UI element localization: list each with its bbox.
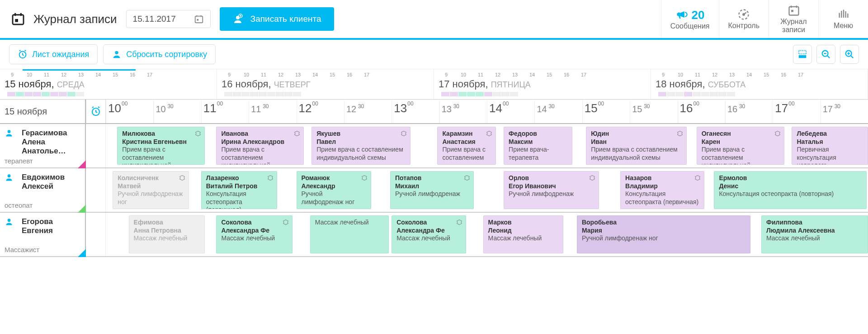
ticket-icon — [456, 219, 463, 226]
mini-load-bar — [5, 92, 212, 97]
time-slot: 1030 — [153, 100, 201, 123]
day-column-2[interactable]: 91011121314151617 17 ноября, ПЯТНИЦА — [434, 69, 651, 99]
messages-count: 20 — [692, 8, 705, 22]
staff-cell[interactable]: ЕвдокимовАлексейостеопат — [0, 168, 86, 212]
appointment-track[interactable]: ЕфимоваАнна ПетровнаМассаж лечебныйСокол… — [106, 213, 868, 256]
ruler-alarm-cell[interactable] — [86, 100, 106, 123]
ticket-icon — [179, 174, 186, 181]
appointment[interactable]: ЛебедеваНатальяПервичная консультация не… — [792, 127, 868, 165]
equalizer-icon — [837, 8, 850, 21]
svg-line-29 — [851, 56, 854, 58]
person-icon — [112, 49, 122, 59]
gauge-icon — [737, 8, 750, 21]
date-picker[interactable]: 15.11.2017 — [126, 10, 211, 28]
megaphone-icon — [675, 8, 688, 21]
appointment[interactable]: ОрловЕгор ИвановичРучной лимфодренаж — [504, 171, 599, 209]
svg-point-22 — [115, 51, 118, 54]
appointment-track[interactable]: МилюковаКристина ЕвгеньевнПрием врача с … — [106, 124, 868, 167]
zoom-out-button[interactable] — [816, 45, 835, 64]
appointment[interactable]: МилюковаКристина ЕвгеньевнПрием врача с … — [117, 127, 205, 165]
svg-rect-16 — [839, 13, 840, 18]
person-icon — [5, 129, 14, 156]
appointment[interactable]: ЕфимоваАнна ПетровнаМассаж лечебный — [129, 215, 205, 253]
appointment[interactable]: ФилипповаЛюдмила АлексеевнаМассаж лечебн… — [761, 215, 868, 253]
ticket-icon — [282, 219, 289, 226]
appointment[interactable]: Массаж лечебный — [310, 215, 389, 253]
appointment[interactable]: ЕрмоловДенисКонсультация остеопракта (по… — [714, 171, 866, 209]
svg-point-33 — [8, 130, 11, 133]
view-mode-button[interactable] — [793, 45, 812, 64]
ticket-icon — [361, 174, 368, 181]
svg-rect-12 — [789, 7, 798, 15]
calendar-icon — [11, 12, 25, 26]
appointment[interactable]: КарамзинАнастасияПрием врача с составлен… — [437, 127, 496, 165]
day-date: 15 ноября, — [5, 78, 54, 90]
time-ruler: 15 ноября 100010301100113012001230130013… — [0, 100, 868, 124]
menu-label: Меню — [834, 22, 853, 30]
journal-label-1: Журнал — [780, 18, 807, 26]
appointment[interactable]: СоколоваАлександра ФеМассаж лечебный — [392, 215, 466, 253]
time-slot: 1200 — [297, 100, 344, 123]
staff-cell[interactable]: ЕгороваЕвгенияМассажист — [0, 213, 86, 256]
appointment[interactable]: ЛазаренкоВиталий ПетровКонсультация осте… — [201, 171, 278, 209]
journal-label-2: записи — [782, 26, 805, 34]
svg-rect-17 — [841, 11, 842, 18]
appointment[interactable]: ИвановаИрина АлександровПрием врача с со… — [216, 127, 304, 165]
svg-rect-23 — [799, 51, 807, 54]
ruler-slots: 1000103011001130120012301300133014001430… — [106, 100, 868, 123]
svg-point-34 — [8, 174, 11, 177]
schedule-row: ЕгороваЕвгенияМассажистЕфимоваАнна Петро… — [0, 213, 868, 257]
appointment[interactable]: КолисниченкМатвейРучной лимфодренаж ног — [113, 171, 189, 209]
appointment[interactable]: ПотаповМихаилРучной лимфодренаж — [390, 171, 474, 209]
nav-messages[interactable]: 20 Сообщения — [661, 0, 719, 38]
time-slot: 1630 — [725, 100, 773, 123]
appointment[interactable]: ЮдинИванПрием врача с составлением индив… — [586, 127, 687, 165]
svg-rect-18 — [843, 10, 844, 18]
add-client-button[interactable]: Записать клиента — [220, 7, 334, 31]
svg-rect-2 — [20, 13, 22, 16]
alarm-icon — [18, 49, 28, 59]
time-slot: 1330 — [439, 100, 487, 123]
svg-rect-1 — [14, 13, 16, 16]
appointment-track[interactable]: КолисниченкМатвейРучной лимфодренаж ногЛ… — [106, 168, 868, 212]
time-slot: 1500 — [582, 100, 630, 123]
day-column-0[interactable]: 91011121314151617 15 ноября, СРЕДА — [0, 69, 217, 99]
schedule-grid: ГерасимоваАленаАнатолье…терапевтМилюкова… — [0, 124, 868, 257]
schedule-row: ГерасимоваАленаАнатолье…терапевтМилюкова… — [0, 124, 868, 168]
time-slot: 1700 — [773, 100, 820, 123]
time-slot: 1130 — [249, 100, 296, 123]
reset-sort-button[interactable]: Сбросить сортировку — [103, 44, 216, 64]
appointment[interactable]: ЯкушевПавелПрием врача с составлением ин… — [311, 127, 410, 165]
calendar-small-icon — [194, 14, 204, 24]
appointment[interactable]: ОганесянКаренПрием врача с составлением … — [697, 127, 784, 165]
svg-rect-4 — [195, 16, 203, 23]
ticket-icon — [694, 174, 701, 181]
appointment[interactable]: НазаровВладимирКонсультация остеопракта … — [620, 171, 704, 209]
svg-point-11 — [743, 14, 745, 15]
day-column-1[interactable]: 91011121314151617 16 ноября, ЧЕТВЕРГ — [217, 69, 434, 99]
svg-rect-20 — [847, 14, 848, 18]
nav-journal[interactable]: Журнал записи — [769, 0, 818, 38]
svg-line-26 — [827, 56, 830, 58]
ticket-icon — [293, 130, 301, 137]
nav-control[interactable]: Контроль — [719, 0, 769, 38]
alarm-icon — [90, 106, 101, 117]
appointment[interactable]: РоманюкАлександрРучной лимфодренаж ног — [297, 171, 371, 209]
day-column-3[interactable]: 91011121314151617 18 ноября, СУББОТА — [651, 69, 868, 99]
ticket-icon — [774, 130, 781, 137]
appointment[interactable]: МарковЛеонидМассаж лечебный — [483, 215, 563, 253]
wait-list-button[interactable]: Лист ожидания — [9, 44, 98, 64]
ticket-icon — [589, 174, 596, 181]
staff-cell[interactable]: ГерасимоваАленаАнатолье…терапевт — [0, 124, 86, 167]
svg-rect-15 — [791, 10, 793, 12]
add-user-icon — [232, 14, 243, 24]
time-slot: 1730 — [821, 100, 868, 123]
svg-point-35 — [8, 219, 11, 222]
appointment[interactable]: ВоробьеваМарияРучной лимфодренаж ног — [577, 215, 750, 253]
app-header: Журнал записи 15.11.2017 Записать клиент… — [0, 0, 868, 40]
appointment[interactable]: ФедоровМаксимПрием врача-терапевта — [504, 127, 572, 165]
zoom-in-button[interactable] — [840, 45, 859, 64]
ticket-icon — [463, 174, 471, 181]
nav-menu[interactable]: Меню — [818, 0, 868, 38]
appointment[interactable]: СоколоваАлександра ФеМассаж лечебный — [216, 215, 292, 253]
